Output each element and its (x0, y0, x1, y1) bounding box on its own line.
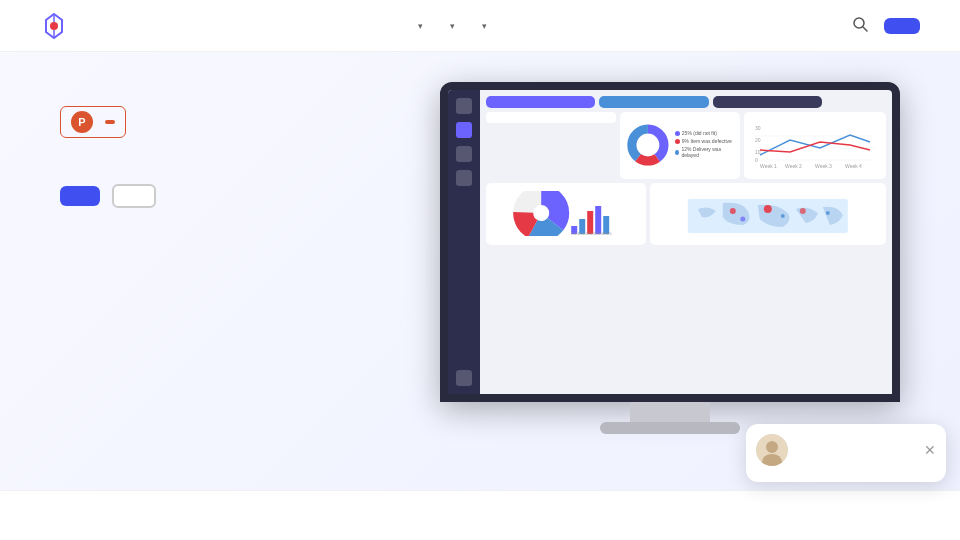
top-returned-chart: Cat1 Cat2 Cat3 Cat4 Cat5 (486, 183, 646, 245)
dashboard-main: 25% (did not fit) 9% Item was defective … (480, 90, 892, 394)
bottom-bar (0, 490, 960, 540)
svg-point-43 (766, 441, 778, 453)
logo[interactable] (40, 12, 74, 40)
monitor-screen: 25% (did not fit) 9% Item was defective … (440, 82, 900, 402)
monitor-wrapper: 25% (did not fit) 9% Item was defective … (440, 82, 900, 434)
sidebar-returns-icon (456, 122, 472, 138)
avg-rate-chart: Week 1 Week 2 Week 3 Week 4 30 20 10 0 (744, 112, 886, 179)
cta-buttons (60, 184, 440, 208)
product-hunt-icon: P (71, 111, 93, 133)
sidebar-power-icon (456, 370, 472, 386)
svg-point-1 (50, 22, 58, 30)
legend-item-1: 25% (did not fit) (675, 130, 735, 136)
svg-text:Cat5: Cat5 (603, 231, 612, 236)
items-box (486, 112, 616, 123)
left-charts (486, 112, 616, 179)
svg-point-37 (764, 205, 772, 213)
sidebar-analytics-icon (456, 146, 472, 162)
nav-book-demo-button[interactable] (884, 18, 920, 34)
nav-actions (852, 16, 920, 36)
chat-avatar (756, 434, 788, 466)
left-content: P (60, 82, 440, 216)
search-icon (852, 16, 868, 32)
monitor-stand-base (600, 422, 740, 434)
bottom-charts-row: Cat1 Cat2 Cat3 Cat4 Cat5 (486, 183, 886, 245)
returns-by-region-chart (650, 183, 886, 245)
svg-text:Week 2: Week 2 (785, 163, 802, 169)
saara-logo-icon (40, 12, 68, 40)
legend-item-3: 12% Delivery was delayed (675, 146, 735, 158)
svg-text:30: 30 (755, 125, 761, 131)
navbar: ▾ ▾ ▾ (0, 0, 960, 52)
svg-point-38 (781, 214, 785, 218)
nav-solutions[interactable]: ▾ (479, 21, 487, 31)
line-chart: Week 1 Week 2 Week 3 Week 4 30 20 10 0 (749, 120, 881, 170)
svg-text:Week 4: Week 4 (845, 163, 862, 169)
chat-widget: ✕ (746, 424, 946, 482)
connect-shopify-button[interactable] (112, 184, 156, 208)
nav-wyseme[interactable]: ▾ (447, 21, 455, 31)
search-button[interactable] (852, 16, 868, 36)
right-stats (826, 96, 886, 108)
monitor-container: 25% (did not fit) 9% Item was defective … (440, 82, 900, 434)
svg-point-40 (826, 211, 830, 215)
monitor-stand-top (630, 402, 710, 422)
svg-rect-28 (595, 206, 601, 234)
chevron-icon: ▾ (418, 21, 423, 31)
donut-legend: 25% (did not fit) 9% Item was defective … (675, 130, 735, 160)
dashboard-sidebar (448, 90, 480, 394)
page-wrapper: ▾ ▾ ▾ P (0, 0, 960, 540)
chat-header: ✕ (756, 434, 936, 466)
chevron-icon: ▾ (450, 21, 455, 31)
stat-cards-row (486, 96, 886, 108)
svg-text:10: 10 (755, 149, 761, 155)
nav-links: ▾ ▾ ▾ (391, 21, 535, 31)
svg-text:Week 3: Week 3 (815, 163, 832, 169)
emissions-card (713, 96, 822, 108)
sidebar-home-icon (456, 98, 472, 114)
svg-line-5 (863, 27, 867, 31)
charts-row: 25% (did not fit) 9% Item was defective … (486, 112, 886, 179)
nav-ecoreturns[interactable]: ▾ (415, 21, 423, 31)
bar-chart: Cat1 Cat2 Cat3 Cat4 Cat5 (491, 191, 641, 236)
svg-point-41 (741, 217, 746, 222)
svg-text:0: 0 (755, 157, 758, 163)
donut-area: 25% (did not fit) 9% Item was defective … (625, 120, 735, 170)
map-chart (655, 191, 881, 236)
svg-text:20: 20 (755, 137, 761, 143)
hero-book-demo-button[interactable] (60, 186, 100, 206)
chevron-icon: ▾ (482, 21, 487, 31)
sidebar-settings-icon (456, 170, 472, 186)
avatar-icon (756, 434, 788, 466)
dashboard: 25% (did not fit) 9% Item was defective … (448, 90, 892, 394)
product-hunt-badge[interactable]: P (60, 106, 126, 138)
total-returns-card (486, 96, 595, 108)
svg-point-36 (730, 208, 736, 214)
chat-close-button[interactable]: ✕ (924, 442, 936, 458)
return-reasons-chart: 25% (did not fit) 9% Item was defective … (620, 112, 740, 179)
donut-chart (625, 120, 671, 170)
ph-rank-badge (105, 120, 115, 124)
svg-text:Week 1: Week 1 (760, 163, 777, 169)
revenue-loss-card (599, 96, 708, 108)
svg-point-39 (800, 208, 806, 214)
legend-item-2: 9% Item was defective (675, 138, 735, 144)
